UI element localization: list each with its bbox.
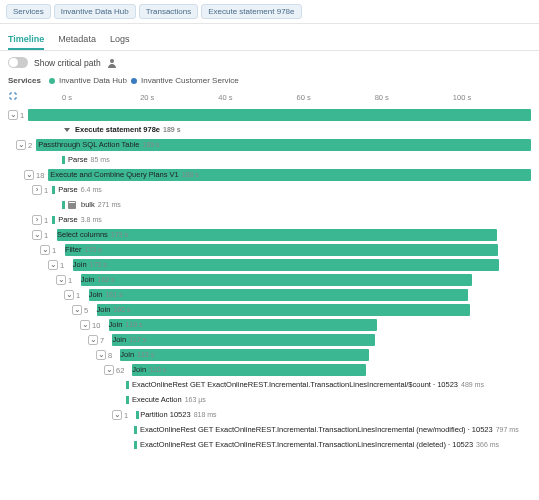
ruler-1: 20 s — [140, 93, 218, 102]
critical-path-label: Show critical path — [34, 58, 101, 68]
chevron-right-icon[interactable]: › — [32, 185, 42, 195]
span-row[interactable]: › 1 Parse3.8 ms — [8, 213, 531, 227]
chevron-right-icon[interactable]: › — [32, 215, 42, 225]
timeline-controls: Show critical path — [0, 51, 539, 74]
tab-logs[interactable]: Logs — [110, 30, 130, 50]
chevron-down-icon[interactable]: ⌄ — [32, 230, 42, 240]
span-row[interactable]: ⌄ 10 Join119 s — [8, 318, 531, 332]
span-count: 7 — [100, 336, 104, 345]
chevron-down-icon[interactable]: ⌄ — [48, 260, 58, 270]
span-row[interactable]: ⌄ 2 Passthrough SQL Action Table189 s — [8, 138, 531, 152]
crumb-current[interactable]: Execute statement 978e — [201, 4, 301, 19]
span-row[interactable]: ⌄ 5 Join160 s — [8, 303, 531, 317]
span-count: 1 — [68, 276, 72, 285]
span-label: Join117 s — [112, 334, 146, 346]
chevron-down-icon[interactable]: ⌄ — [96, 350, 106, 360]
tab-metadata[interactable]: Metadata — [58, 30, 96, 50]
ruler-4: 80 s — [375, 93, 453, 102]
chevron-down-icon[interactable]: ⌄ — [88, 335, 98, 345]
span-row[interactable]: ⌄ 62 Join110 s — [8, 363, 531, 377]
span-count: 10 — [92, 321, 100, 330]
expand-all-icon[interactable] — [8, 91, 18, 103]
svg-point-0 — [110, 59, 114, 63]
span-label: Join113 s — [120, 349, 154, 361]
chevron-down-icon[interactable]: ⌄ — [8, 110, 18, 120]
span-row[interactable]: ExactOnlineRest GET ExactOnlineREST.Incr… — [8, 423, 531, 437]
legend-hub: Invantive Data Hub — [59, 76, 127, 85]
span-count: 8 — [108, 351, 112, 360]
span-count: 2 — [28, 141, 32, 150]
span-row[interactable]: ⌄ 1 Join161 s — [8, 288, 531, 302]
span-row[interactable]: ⌄ 1 Select columns173 s — [8, 228, 531, 242]
span-count: 1 — [76, 291, 80, 300]
chevron-down-icon[interactable]: ⌄ — [40, 245, 50, 255]
span-label: Join161 s — [89, 289, 123, 301]
legend-cs: Invantive Customer Service — [141, 76, 239, 85]
chevron-down-icon[interactable]: ⌄ — [72, 305, 82, 315]
span-row[interactable]: ⌄ 7 Join117 s — [8, 333, 531, 347]
ruler-0: 0 s — [62, 93, 140, 102]
span-count: 1 — [44, 231, 48, 240]
span-label: Passthrough SQL Action Table189 s — [38, 139, 159, 151]
crumb-transactions[interactable]: Transactions — [139, 4, 199, 19]
span-row[interactable]: › 1 Parse6.4 ms — [8, 183, 531, 197]
span-label: Join110 s — [132, 364, 166, 376]
span-label: Parse6.4 ms — [58, 184, 102, 196]
ruler-2: 40 s — [218, 93, 296, 102]
span-row[interactable]: ⌄ 1 Filter173 s — [8, 243, 531, 257]
span-row[interactable]: Execute statement 978e189 s — [8, 123, 531, 137]
span-label: Join119 s — [109, 319, 143, 331]
span-label: Parse3.8 ms — [58, 214, 102, 226]
crumb-hub[interactable]: Invantive Data Hub — [54, 4, 136, 19]
chevron-down-icon[interactable]: ⌄ — [80, 320, 90, 330]
span-row[interactable]: Parse85 ms — [8, 153, 531, 167]
span-label: Parse85 ms — [68, 154, 110, 166]
span-count: 1 — [20, 111, 24, 120]
user-icon[interactable] — [107, 57, 118, 68]
chevron-down-icon[interactable]: ⌄ — [16, 140, 26, 150]
span-label: Join173 s — [73, 259, 107, 271]
chevron-down-icon[interactable]: ⌄ — [64, 290, 74, 300]
chevron-down-icon[interactable]: ⌄ — [56, 275, 66, 285]
span-count: 1 — [44, 216, 48, 225]
span-row[interactable]: ⌄ 1 Partition 10523818 ms — [8, 408, 531, 422]
span-label: Join162 s — [81, 274, 115, 286]
span-label: ExactOnlineRest GET ExactOnlineREST.Incr… — [140, 424, 519, 436]
critical-path-toggle[interactable] — [8, 57, 28, 68]
span-row[interactable]: ⌄ 1 — [8, 108, 531, 122]
span-label: Select columns173 s — [57, 229, 128, 241]
span-row[interactable]: ExactOnlineRest GET ExactOnlineREST.Incr… — [8, 438, 531, 452]
services-legend: Services Invantive Data Hub Invantive Cu… — [0, 74, 539, 91]
chevron-down-icon[interactable]: ⌄ — [112, 410, 122, 420]
span-count: 1 — [124, 411, 128, 420]
legend-dot-cs — [131, 78, 137, 84]
legend-dot-hub — [49, 78, 55, 84]
span-count: 1 — [60, 261, 64, 270]
span-count: 1 — [52, 246, 56, 255]
span-tree: ⌄ 1 Execute statement 978e189 s ⌄ 2 Pass… — [0, 106, 539, 461]
chevron-down-icon[interactable]: ⌄ — [24, 170, 34, 180]
tabs: Timeline Metadata Logs — [0, 24, 539, 51]
span-label: bulk271 ms — [68, 199, 121, 211]
span-row[interactable]: ⌄ 1 Join162 s — [8, 273, 531, 287]
tab-timeline[interactable]: Timeline — [8, 30, 44, 50]
span-row[interactable]: ⌄ 8 Join113 s — [8, 348, 531, 362]
span-row[interactable]: bulk271 ms — [8, 198, 531, 212]
span-row[interactable]: ⌄ 1 Join173 s — [8, 258, 531, 272]
span-label: ExactOnlineRest GET ExactOnlineREST.Incr… — [140, 439, 499, 451]
arrow-down-icon — [64, 128, 70, 132]
breadcrumb: Services Invantive Data Hub Transactions… — [0, 0, 539, 24]
span-row[interactable]: ExactOnlineRest GET ExactOnlineREST.Incr… — [8, 378, 531, 392]
span-row[interactable]: ⌄ 18 Execute and Combine Query Plans V11… — [8, 168, 531, 182]
span-label: Execute statement 978e189 s — [64, 124, 181, 136]
span-label: Execute and Combine Query Plans V1188 s — [50, 169, 199, 181]
chevron-down-icon[interactable]: ⌄ — [104, 365, 114, 375]
span-count: 1 — [44, 186, 48, 195]
span-label: Execute Action163 µs — [132, 394, 206, 406]
time-ruler: 0 s 20 s 40 s 60 s 80 s 100 s — [0, 91, 539, 106]
span-label: Join160 s — [97, 304, 131, 316]
span-row[interactable]: Execute Action163 µs — [8, 393, 531, 407]
ruler-5: 100 s — [453, 93, 531, 102]
crumb-services[interactable]: Services — [6, 4, 51, 19]
span-count: 5 — [84, 306, 88, 315]
